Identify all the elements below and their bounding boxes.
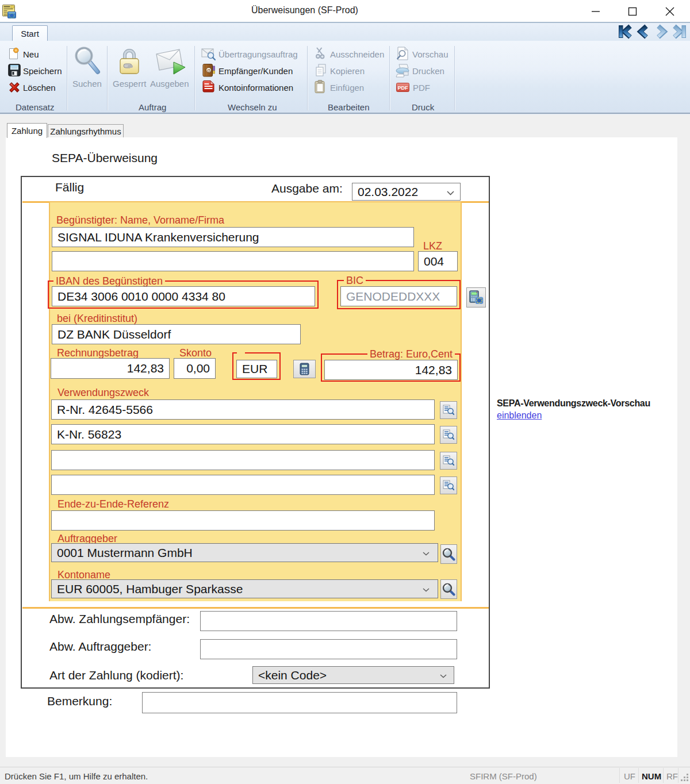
svg-text:@: @ (206, 68, 211, 73)
svg-text:PDF: PDF (398, 85, 409, 91)
